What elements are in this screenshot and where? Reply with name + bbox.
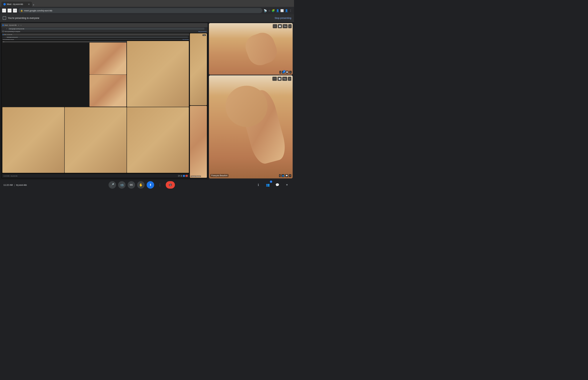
thumb-face-3	[65, 107, 127, 173]
nested-stop-btn[interactable]: Stop presenting	[198, 31, 207, 32]
nested-mic-btn[interactable]: 🎤	[178, 175, 180, 177]
nested-chrome: Meet - tnj-esni-ikb ✕ +	[1, 23, 208, 27]
tile-more-btn-medium[interactable]: ⋯	[273, 24, 277, 28]
info-icon: ℹ	[258, 183, 259, 187]
tile-pip-btn-medium[interactable]: ⬜	[278, 24, 282, 28]
nested-new-tab[interactable]: +	[20, 24, 22, 26]
tile-info-btn-medium[interactable]: ℹ	[279, 71, 281, 74]
person-head-large	[226, 86, 267, 127]
deep-banner-text: You're presenting to everyone	[3, 39, 14, 40]
tile-actions-medium: ℹ 👥 2 💬 ✦	[279, 71, 292, 74]
deep-stop-btn: Stop presenting	[183, 39, 189, 40]
people-button[interactable]: 👥 2	[264, 181, 271, 189]
stop-presenting-button[interactable]: Stop presenting	[275, 17, 291, 19]
nested-tab-title: Meet - tnj-esni-ikb	[4, 24, 17, 26]
window-icon[interactable]: ⬜	[280, 9, 284, 12]
participant-video-medium	[209, 23, 293, 75]
cast-icon[interactable]: 📡	[264, 9, 267, 12]
info-button[interactable]: ℹ	[255, 181, 262, 189]
chrome-more-icon[interactable]: ⋮	[289, 9, 292, 12]
forward-button[interactable]: →	[7, 8, 12, 13]
nested-cam-btn[interactable]: 📷	[180, 175, 182, 177]
grid-mini-content	[2, 42, 127, 107]
tile-expand-btn-medium[interactable]: ⤢	[288, 24, 292, 28]
meeting-code: tnj-esni-ikb	[16, 184, 27, 186]
people-icon: 👥	[266, 183, 270, 187]
mic-button[interactable]: 🎤	[109, 181, 116, 189]
browser-chrome: Meet - tnj-esni-ikb ✕ +	[0, 0, 294, 7]
participants-area: ⋯ ⬜ You ⤢ ℹ 👥 2 💬 ✦	[209, 22, 294, 180]
nested-you-label: You	[203, 34, 206, 36]
nested-separator: |	[10, 175, 10, 177]
nested-present-icon: ↑	[2, 31, 4, 32]
grid-mini-p2	[90, 75, 126, 107]
grid-cell-4	[127, 107, 189, 173]
bottom-toolbar: 11:22 AM | tnj-esni-ikb 🎤 📹 CC ✋ ⬆ ⋮ 📵	[0, 180, 294, 190]
deep-tab-title: Meet - tnj-esni-ikb	[4, 34, 12, 35]
captions-button[interactable]: CC	[128, 181, 135, 189]
nested-nav-icons: ⋮	[205, 28, 207, 29]
chat-icon: 💬	[275, 183, 279, 187]
large-tile-people-btn[interactable]: 👥	[281, 174, 285, 177]
raise-hand-button[interactable]: ✋	[137, 181, 145, 189]
end-call-button[interactable]: 📵	[166, 181, 175, 189]
meeting-time: 11:22 AM	[3, 184, 13, 186]
browser-tab[interactable]: Meet - tnj-esni-ikb ✕	[1, 2, 32, 7]
large-tile-info-btn[interactable]: ℹ	[279, 174, 281, 177]
presenting-label: You're presenting to everyone	[8, 17, 39, 19]
participant-name-large: François Beaufort	[210, 174, 228, 177]
captions-icon: CC	[130, 184, 133, 186]
bookmark-icon[interactable]: ☆	[268, 9, 270, 12]
reload-button[interactable]: ↺	[13, 8, 17, 13]
toolbar-right: ℹ 👥 2 💬 ✦	[255, 181, 291, 189]
main-content: Meet - tnj-esni-ikb ✕ + ← → ↺ meet.googl…	[0, 22, 294, 180]
profile-icon[interactable]: 👤	[276, 9, 279, 12]
back-button[interactable]: ←	[2, 8, 6, 13]
nav-icons-right: 📡 ☆ 🧩 👤 ⬜ 👤 ⋮	[264, 9, 292, 12]
present-icon: ⬆	[149, 183, 152, 187]
nested-tab-close[interactable]: ✕	[18, 24, 19, 26]
nested-address-bar[interactable]: meet.google.com/tnj-esni-ikb	[8, 28, 205, 30]
nested-banner-text: You're presenting to everyone	[4, 31, 20, 32]
more-button[interactable]: ⋮	[156, 181, 164, 189]
presentation-banner: You're presenting to everyone Stop prese…	[0, 14, 294, 22]
present-button[interactable]: ⬆	[147, 181, 154, 189]
end-call-icon: 📵	[169, 183, 172, 187]
nested-end-btn[interactable]: 📵	[186, 175, 188, 177]
more-icon: ⋮	[158, 183, 161, 187]
chat-button[interactable]: 💬	[274, 181, 281, 189]
browser-nav-bar: ← → ↺ 🔒 meet.google.com/tnj-esni-ikb 📡 ☆…	[0, 7, 294, 14]
grid-main-share: Meet	[2, 41, 127, 107]
tile-chat-btn-medium[interactable]: 💬	[285, 71, 288, 74]
share-preview-container: Meet - tnj-esni-ikb ✕ + ← → ↺ meet.googl…	[1, 23, 208, 178]
participant-video-large	[209, 75, 293, 178]
new-tab-button[interactable]: +	[33, 3, 35, 7]
camera-button[interactable]: 📹	[118, 181, 126, 189]
deep-address: meet.google.com/tnj-esni-ikb	[6, 37, 188, 38]
tab-close-btn[interactable]: ✕	[28, 3, 30, 6]
large-tile-expand-btn[interactable]: ⤢	[288, 77, 291, 81]
account-icon[interactable]: 👤	[285, 9, 288, 12]
large-tile-chat-btn[interactable]: 💬	[285, 174, 288, 177]
tab-favicon	[3, 3, 6, 5]
activities-button[interactable]: ✦	[283, 181, 291, 189]
grid-mini-share	[2, 42, 89, 107]
large-tile-pip-btn[interactable]: ⬜	[278, 77, 282, 81]
people-badge-medium: 2	[283, 70, 285, 73]
large-tile-more-btn[interactable]: ⋯	[272, 77, 277, 81]
nested-bottom-bar: 11:22 AM | tnj-esni-ikb 🎤 📷 ⬆ 📵	[2, 174, 189, 178]
deep-nav-btns: ← → ↺	[3, 37, 6, 38]
person-medium	[209, 23, 293, 75]
recursive-share-left: Meet - tnj-esni-ikb ← → ↺ meet.google.co…	[2, 33, 189, 178]
address-bar[interactable]: 🔒 meet.google.com/tnj-esni-ikb	[18, 8, 262, 13]
grid-cell-3	[65, 107, 127, 173]
tile-people-btn-medium[interactable]: 👥 2	[282, 71, 285, 74]
thumb-face-2	[2, 107, 64, 173]
extension-icon[interactable]: 🧩	[271, 9, 275, 12]
tile-activities-btn-medium[interactable]: ✦	[289, 71, 292, 74]
nested-present-btn[interactable]: ⬆	[183, 175, 185, 177]
grid-share-inner: Meet	[2, 41, 127, 107]
nested-you-text: You	[203, 35, 205, 36]
nested-back: ←	[2, 28, 4, 30]
large-tile-activities-btn[interactable]: ✦	[289, 174, 291, 177]
